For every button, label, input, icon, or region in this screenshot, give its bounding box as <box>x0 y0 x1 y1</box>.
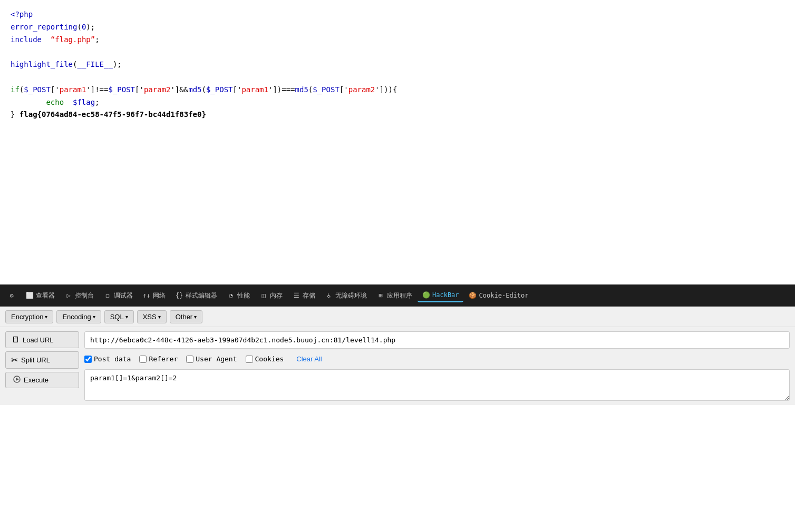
hackbar-icon: 🟢 <box>422 291 430 299</box>
code-line-1: <?php <box>11 10 33 18</box>
user-agent-checkbox[interactable] <box>186 356 193 363</box>
load-url-button[interactable]: 🖥 Load URL <box>5 331 79 348</box>
xss-menu[interactable]: XSS ▾ <box>137 310 167 323</box>
toolbar-item-accessibility[interactable]: ♿ 无障碍环境 <box>321 289 371 302</box>
application-icon: ⊞ <box>376 291 385 300</box>
toolbar-item-inspector[interactable]: ⬜ 查看器 <box>21 289 59 302</box>
code-echo-line: echo $flag; <box>11 96 784 109</box>
hackbar-menu: Encryption ▾ Encoding ▾ SQL ▾ XSS ▾ Othe… <box>0 307 795 327</box>
toolbar-item-debugger[interactable]: ◻ 调试器 <box>99 289 137 302</box>
cookies-checkbox[interactable] <box>246 356 253 363</box>
toolbar-item-performance[interactable]: ◔ 性能 <box>222 289 254 302</box>
encoding-dropdown-arrow: ▾ <box>93 314 95 320</box>
encoding-menu[interactable]: Encoding ▾ <box>56 310 101 323</box>
post-data-checkbox-label[interactable]: Post data <box>84 355 131 363</box>
toolbar-item-console[interactable]: ▷ 控制台 <box>60 289 98 302</box>
sql-dropdown-arrow: ▾ <box>125 314 128 320</box>
code-line-2: error_reporting <box>11 23 77 31</box>
inspector-icon: ⬜ <box>25 291 34 300</box>
other-menu[interactable]: Other ▾ <box>170 310 203 323</box>
xss-dropdown-arrow: ▾ <box>158 314 161 320</box>
style-editor-icon: {} <box>175 291 183 300</box>
accessibility-icon: ♿ <box>325 291 333 300</box>
post-data-checkbox[interactable] <box>84 356 92 363</box>
hackbar-panel: Encryption ▾ Encoding ▾ SQL ▾ XSS ▾ Othe… <box>0 307 795 405</box>
post-data-textarea[interactable] <box>84 369 790 401</box>
other-dropdown-arrow: ▾ <box>194 314 197 320</box>
debugger-icon: ◻ <box>103 291 112 300</box>
toolbar-item-hackbar[interactable]: 🟢 HackBar <box>418 289 463 302</box>
performance-icon: ◔ <box>227 291 235 300</box>
cookie-editor-icon: 🍪 <box>469 291 477 300</box>
encryption-menu[interactable]: Encryption ▾ <box>5 310 53 323</box>
encryption-dropdown-arrow: ▾ <box>45 314 47 320</box>
toolbar-devtools-icon[interactable]: ⚙ <box>3 289 20 302</box>
toolbar-item-memory[interactable]: ◫ 内存 <box>255 289 287 302</box>
hackbar-content: 🖥 Load URL ✂ Split URL Execute Post <box>0 327 795 405</box>
referer-checkbox-label[interactable]: Referer <box>139 355 178 363</box>
execute-button[interactable]: Execute <box>5 372 79 388</box>
storage-icon: ☰ <box>292 291 300 300</box>
console-icon: ▷ <box>64 291 73 300</box>
url-input[interactable] <box>84 331 790 349</box>
svg-marker-1 <box>16 378 19 381</box>
toolbar-item-style-editor[interactable]: {} 样式编辑器 <box>171 289 221 302</box>
devtools-icon: ⚙ <box>7 291 16 300</box>
toolbar-item-network[interactable]: ↑↓ 网络 <box>138 289 170 302</box>
dev-toolbar: ⚙ ⬜ 查看器 ▷ 控制台 ◻ 调试器 ↑↓ 网络 {} 样式编辑器 ◔ 性能 … <box>0 284 795 307</box>
code-if-line: if($_POST['param1']!==$_POST['param2']&&… <box>11 84 784 96</box>
code-flag-line: } flag{0764ad84-ec58-47f5-96f7-bc44d1f83… <box>11 109 784 121</box>
referer-checkbox[interactable] <box>139 356 147 363</box>
toolbar-item-storage[interactable]: ☰ 存储 <box>288 289 319 302</box>
toolbar-item-application[interactable]: ⊞ 应用程序 <box>372 289 416 302</box>
hackbar-left-panel: 🖥 Load URL ✂ Split URL Execute <box>5 331 79 388</box>
split-url-button[interactable]: ✂ Split URL <box>5 351 79 369</box>
split-url-icon: ✂ <box>11 355 18 365</box>
memory-icon: ◫ <box>259 291 268 300</box>
network-icon: ↑↓ <box>142 291 151 300</box>
execute-icon <box>13 376 21 385</box>
clear-all-button[interactable]: Clear All <box>296 355 322 363</box>
user-agent-checkbox-label[interactable]: User Agent <box>186 355 237 363</box>
cookies-checkbox-label[interactable]: Cookies <box>246 355 284 363</box>
hackbar-checkboxes: Post data Referer User Agent Cookies Cle… <box>84 353 790 365</box>
code-display: <?php error_reporting(0); include “flag.… <box>0 0 795 284</box>
load-url-icon: 🖥 <box>11 335 20 344</box>
toolbar-item-cookie-editor[interactable]: 🍪 Cookie-Editor <box>464 289 533 302</box>
sql-menu[interactable]: SQL ▾ <box>104 310 134 323</box>
hackbar-right-panel: Post data Referer User Agent Cookies Cle… <box>84 331 790 401</box>
